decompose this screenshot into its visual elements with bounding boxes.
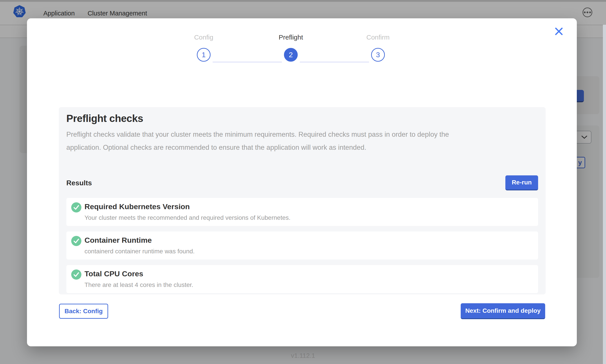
results-header-row: Results Re-run: [66, 175, 538, 191]
check-title: Total CPU Cores: [84, 270, 193, 278]
results-title: Results: [66, 179, 92, 187]
check-description: There are at least 4 cores in the cluste…: [84, 281, 193, 288]
rerun-button[interactable]: Re-run: [505, 175, 538, 190]
step-label: Config: [194, 33, 213, 42]
stepper-step-confirm[interactable]: Confirm 3: [334, 33, 422, 62]
back-config-button[interactable]: Back: Config: [59, 304, 108, 319]
step-number-circle: 2: [284, 48, 298, 62]
stepper-step-config[interactable]: Config 1: [160, 33, 247, 62]
close-icon[interactable]: [554, 26, 564, 37]
panel-description: Preflight checks validate that your clus…: [66, 128, 538, 154]
check-row-cpu-cores: Total CPU Cores There are at least 4 cor…: [66, 265, 538, 293]
step-number-circle: 3: [371, 48, 385, 62]
stepper-step-preflight[interactable]: Preflight 2: [247, 33, 334, 62]
description-line: application. Optional checks are recomme…: [66, 141, 538, 154]
check-title: Required Kubernetes Version: [84, 202, 290, 211]
check-pass-icon: [71, 202, 81, 212]
check-pass-icon: [71, 236, 81, 246]
preflight-panel: Preflight checks Preflight checks valida…: [59, 107, 546, 294]
check-row-container-runtime: Container Runtime containerd container r…: [66, 232, 538, 260]
panel-title: Preflight checks: [66, 112, 538, 124]
step-number-circle: 1: [197, 48, 210, 62]
step-label: Confirm: [366, 33, 389, 42]
next-confirm-deploy-button[interactable]: Next: Confirm and deploy: [461, 303, 545, 319]
screen: Application Cluster Management 0 y v1.11…: [0, 0, 606, 364]
step-label: Preflight: [279, 33, 303, 42]
check-description: Your cluster meets the recommended and r…: [84, 214, 290, 221]
check-title: Container Runtime: [84, 236, 195, 245]
scrollbar[interactable]: [603, 25, 606, 364]
preflight-modal: Config 1 Preflight 2 Confirm 3 Preflight…: [27, 18, 577, 346]
check-description: containerd container runtime was found.: [84, 248, 195, 255]
wizard-stepper: Config 1 Preflight 2 Confirm 3: [160, 33, 422, 66]
check-pass-icon: [71, 270, 81, 280]
check-row-kubernetes-version: Required Kubernetes Version Your cluster…: [66, 198, 538, 226]
description-line: Preflight checks validate that your clus…: [66, 128, 538, 141]
